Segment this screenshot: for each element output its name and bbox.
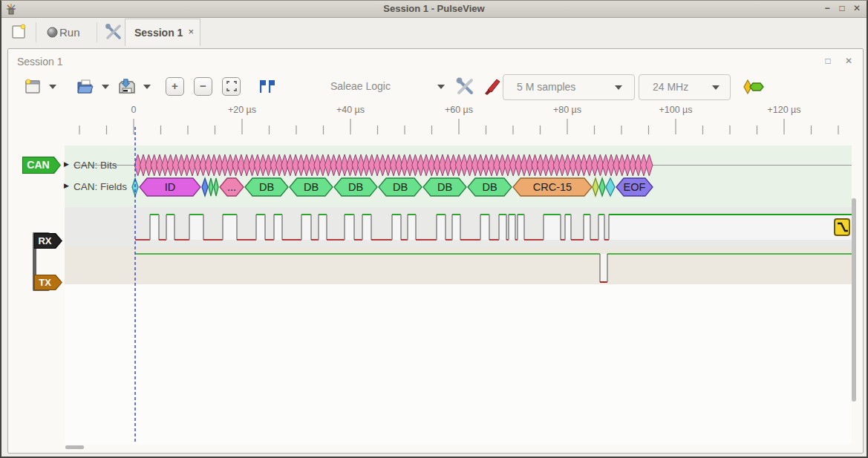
zoom-out-button[interactable]: − — [194, 77, 212, 96]
row-label-can-fields: CAN: Fields — [74, 181, 127, 192]
sample-rate-combo[interactable]: 24 MHz — [639, 74, 731, 100]
open-dropdown-icon[interactable] — [102, 85, 109, 89]
window-title: Session 1 - PulseView — [1, 3, 867, 14]
sample-count-dropdown-icon — [615, 85, 622, 90]
sample-count-combo[interactable]: 5 M samples — [503, 74, 635, 100]
vertical-scrollbar[interactable] — [852, 198, 856, 402]
maximize-icon[interactable]: □ — [835, 2, 849, 15]
titlebar[interactable]: Session 1 - PulseView − □ ✕ — [1, 1, 867, 18]
save-button[interactable] — [115, 76, 139, 99]
device-dropdown-icon[interactable] — [437, 85, 445, 89]
new-view-dropdown-icon[interactable] — [49, 85, 56, 89]
decoder-tag-can[interactable]: CAN — [22, 157, 61, 174]
channels-button[interactable] — [479, 74, 504, 98]
sample-count-value: 5 M samples — [517, 81, 575, 93]
run-button-label: Run — [59, 26, 80, 39]
save-dropdown-icon[interactable] — [143, 85, 151, 89]
toolbar-separator — [36, 22, 36, 42]
tx-channel-tag[interactable]: TX — [34, 275, 62, 290]
zoom-fit-button[interactable] — [222, 77, 241, 96]
wrench-icon — [455, 76, 474, 96]
trigger-marker[interactable] — [834, 218, 850, 236]
device-config-button[interactable] — [452, 74, 477, 98]
falling-edge-icon — [835, 220, 849, 235]
pulseview-window: Session 1 - PulseView − □ ✕ Run — [0, 0, 868, 458]
rx-channel-tag[interactable]: RX — [34, 233, 62, 249]
sample-rate-dropdown-icon — [712, 85, 719, 90]
tab-session-1[interactable]: Session 1 × — [125, 19, 200, 46]
ruler-label: +40 µs — [321, 105, 380, 115]
tools-icon — [105, 23, 123, 41]
ruler-label: +60 µs — [429, 105, 489, 115]
toolbar-separator — [97, 22, 97, 42]
ruler-label: +100 µs — [646, 105, 705, 115]
zoom-fit-icon — [226, 81, 237, 91]
settings-button[interactable] — [101, 21, 126, 45]
rx-row-band — [65, 207, 852, 247]
probe-icon — [482, 76, 501, 96]
decoder-tag-label: CAN — [22, 157, 54, 174]
ruler-label: +20 µs — [212, 105, 272, 115]
cursors-flags-icon — [257, 78, 276, 96]
show-cursors-button[interactable] — [255, 76, 278, 99]
tx-row-band — [65, 247, 852, 284]
new-session-button[interactable] — [7, 21, 33, 45]
expand-bits-icon[interactable]: ▶ — [64, 160, 69, 168]
row-label-can-bits: CAN: Bits — [74, 160, 117, 171]
device-selector[interactable]: Saleae Logic — [330, 80, 391, 92]
run-state-icon — [47, 27, 58, 38]
minimize-icon[interactable]: − — [820, 2, 834, 15]
horizontal-scrollbar[interactable] — [65, 445, 84, 449]
sample-rate-value: 24 MHz — [653, 81, 688, 93]
decoder-row-band — [65, 145, 852, 207]
zoom-in-button[interactable]: + — [166, 77, 184, 96]
main-toolbar: Run Session 1 × — [1, 18, 867, 47]
panel-restore-icon[interactable]: □ — [821, 55, 835, 67]
open-button[interactable] — [74, 76, 97, 99]
ruler-label: +80 µs — [538, 105, 597, 115]
new-file-icon — [11, 24, 27, 40]
ruler-label: 0 — [104, 105, 163, 115]
tab-close-icon[interactable]: × — [188, 26, 194, 37]
expand-fields-icon[interactable]: ▶ — [64, 182, 69, 189]
tx-channel-label: TX — [34, 275, 56, 290]
decoder-icon — [743, 79, 766, 94]
save-icon — [117, 78, 137, 96]
open-folder-icon — [76, 78, 95, 96]
add-decoder-button[interactable] — [740, 77, 769, 101]
new-view-icon — [25, 78, 42, 96]
rx-channel-label: RX — [34, 233, 56, 249]
tab-label: Session 1 — [134, 27, 183, 39]
panel-close-icon[interactable]: ✕ — [842, 55, 855, 67]
empty-trace-area — [65, 284, 852, 445]
new-view-button[interactable] — [22, 76, 45, 99]
session-panel-title: Session 1 — [17, 56, 62, 68]
close-icon[interactable]: ✕ — [850, 2, 864, 15]
ruler-label: +120 µs — [754, 105, 814, 115]
